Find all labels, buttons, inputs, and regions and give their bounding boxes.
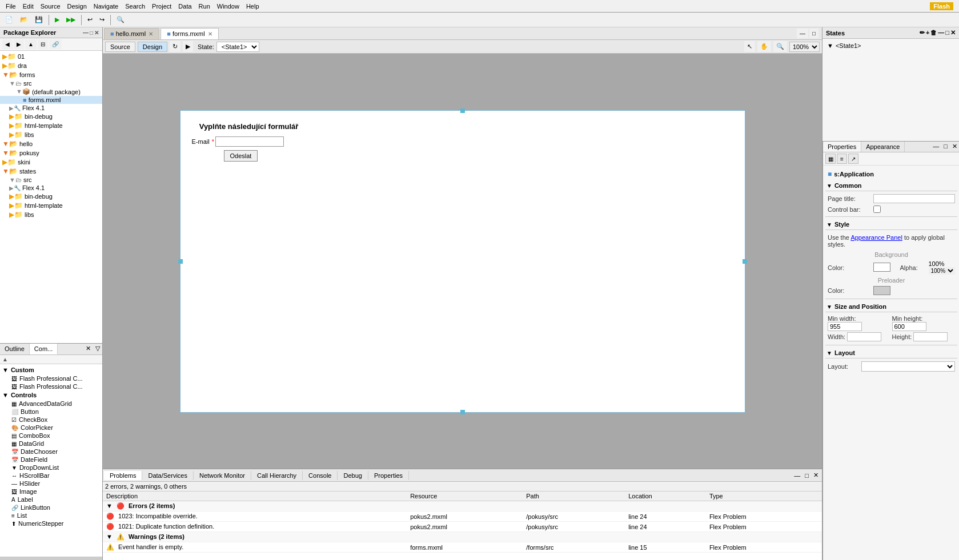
tree-item-forms-mxml[interactable]: ■ forms.mxml [0, 96, 102, 104]
tree-item-html-template[interactable]: ▶📁 html-template [0, 121, 102, 130]
comp-hslider[interactable]: — HSlider [0, 480, 102, 488]
states-max-icon[interactable]: □ [945, 29, 949, 37]
props-btn-3[interactable]: ↗ [848, 154, 858, 164]
state-item-1[interactable]: ▼ <State1> [825, 41, 957, 50]
bottom-panel-max[interactable]: □ [802, 471, 811, 480]
menu-project[interactable]: Project [149, 2, 175, 11]
layout-section[interactable]: ▼ Layout [825, 348, 957, 358]
tree-item-libs[interactable]: ▶📁 libs [0, 130, 102, 139]
state-select[interactable]: <State1> [216, 42, 259, 52]
tree-item-forms[interactable]: ▼📂 forms [0, 70, 102, 79]
alpha-dropdown[interactable]: 100% [929, 267, 955, 275]
col-resource[interactable]: Resource [407, 491, 523, 501]
tree-item-flex41[interactable]: ▶🔧 Flex 4.1 [0, 104, 102, 112]
tree-item-default-pkg[interactable]: ▼📦 (default package) [0, 87, 102, 96]
tree-item-pokusy[interactable]: ▼📂 pokusy [0, 148, 102, 158]
scroll-thumb[interactable] [0, 557, 102, 560]
zoom-select[interactable]: 100% [789, 42, 820, 52]
tree-item-states-html[interactable]: ▶📁 html-template [0, 201, 102, 210]
tree-item-hello[interactable]: ▼📂 hello [0, 139, 102, 148]
states-min-icon[interactable]: — [938, 29, 944, 37]
states-delete-icon[interactable]: 🗑 [930, 29, 937, 37]
page-title-input[interactable] [873, 194, 955, 203]
tree-item-states-bin[interactable]: ▶📁 bin-debug [0, 192, 102, 201]
controls-section[interactable]: ▼ Controls [0, 390, 102, 400]
comp-flash-pro-1[interactable]: 🖼 Flash Professional C... [0, 374, 102, 382]
tree-link[interactable]: 🔗 [49, 39, 62, 49]
tab-call-hierarchy[interactable]: Call Hierarchy [251, 471, 303, 480]
common-section[interactable]: ▼ Common [825, 180, 957, 191]
props-btn-1[interactable]: ▦ [825, 154, 836, 164]
warnings-collapse-icon[interactable]: ▼ [106, 533, 113, 540]
comp-numericstepper[interactable]: ⬆ NumericStepper [0, 519, 102, 527]
editor-min[interactable]: — [797, 29, 808, 38]
custom-section[interactable]: ▼ Custom [0, 365, 102, 374]
toolbar-redo[interactable]: ↪ [97, 14, 107, 25]
tree-item-states-libs[interactable]: ▶📁 libs [0, 210, 102, 219]
close-hello-tab[interactable]: ✕ [149, 31, 153, 37]
tab-problems[interactable]: Problems [104, 471, 142, 480]
menu-edit[interactable]: Edit [19, 2, 37, 11]
comp-combobox[interactable]: ▤ ComboBox [0, 432, 102, 440]
bottom-panel-close[interactable]: ✕ [811, 470, 821, 480]
tab-properties-bottom[interactable]: Properties [368, 471, 409, 480]
scroll-up-icon[interactable]: ▲ [2, 356, 8, 362]
menu-design[interactable]: Design [64, 2, 90, 11]
layout-select[interactable] [861, 361, 955, 372]
zoom-hand-btn[interactable]: ✋ [757, 41, 771, 52]
width-input[interactable] [847, 332, 881, 341]
menu-help[interactable]: Help [243, 2, 263, 11]
email-input[interactable] [215, 136, 284, 147]
tree-up[interactable]: ▲ [25, 39, 37, 49]
menu-window[interactable]: Window [214, 2, 243, 11]
tab-outline[interactable]: Outline [0, 344, 30, 354]
menu-data[interactable]: Data [175, 2, 195, 11]
toolbar-run[interactable]: ▶ [52, 14, 62, 25]
toolbar-undo[interactable]: ↩ [85, 14, 95, 25]
comp-datechooser[interactable]: 📅 DateChooser [0, 448, 102, 456]
errors-collapse-icon[interactable]: ▼ [106, 502, 113, 509]
comp-datagrid[interactable]: ▦ DataGrid [0, 440, 102, 448]
style-section[interactable]: ▼ Style [825, 219, 957, 230]
menu-run[interactable]: Run [195, 2, 214, 11]
menu-navigate[interactable]: Navigate [90, 2, 122, 11]
states-edit-icon[interactable]: ✏ [920, 29, 925, 37]
appearance-panel-link[interactable]: Appearance Panel [850, 234, 902, 241]
comp-label[interactable]: A Label [0, 495, 102, 503]
comp-button[interactable]: ⬜ Button [0, 408, 102, 416]
col-path[interactable]: Path [523, 491, 625, 501]
min-height-input[interactable] [892, 322, 926, 331]
panel-minimize[interactable]: — [83, 30, 89, 36]
handle-top[interactable] [460, 108, 465, 113]
toolbar-open[interactable]: 📂 [17, 14, 31, 25]
panel-close-icon[interactable]: ✕ [83, 344, 93, 354]
tab-console[interactable]: Console [303, 471, 338, 480]
zoom-in-btn[interactable]: 🔍 [773, 41, 787, 52]
comp-colorpicker[interactable]: 🎨 ColorPicker [0, 424, 102, 432]
editor-max[interactable]: □ [809, 29, 818, 38]
tree-item-bin-debug[interactable]: ▶📁 bin-debug [0, 112, 102, 121]
toolbar-save[interactable]: 💾 [32, 14, 46, 25]
height-input[interactable] [913, 332, 948, 341]
col-description[interactable]: Description [103, 491, 407, 501]
control-bar-checkbox[interactable] [873, 206, 881, 213]
close-forms-tab[interactable]: ✕ [208, 31, 212, 37]
tree-item-01[interactable]: ▶📁 01 [0, 52, 102, 61]
tree-item-states[interactable]: ▼📂 states [0, 167, 102, 176]
states-add-icon[interactable]: + [926, 29, 929, 37]
comp-linkbutton[interactable]: 🔗 LinkButton [0, 503, 102, 511]
props-max-icon[interactable]: □ [941, 142, 950, 152]
toolbar-search[interactable]: 🔍 [114, 14, 127, 25]
zoom-cursor-btn[interactable]: ↖ [744, 41, 755, 52]
props-close-icon[interactable]: ✕ [950, 142, 959, 152]
error-row-2[interactable]: 🔴 1021: Duplicate function definition. p… [103, 522, 822, 532]
panel-menu-icon[interactable]: ▽ [93, 344, 102, 354]
tree-item-dra[interactable]: ▶📁 dra [0, 61, 102, 70]
min-width-input[interactable] [828, 322, 862, 331]
bottom-panel-min[interactable]: — [792, 471, 802, 480]
source-mode-btn[interactable]: Source [105, 42, 135, 52]
props-btn-2[interactable]: ≡ [837, 154, 847, 164]
props-min-icon[interactable]: — [930, 142, 941, 152]
handle-left[interactable] [178, 259, 183, 264]
tab-network-monitor[interactable]: Network Monitor [194, 471, 251, 480]
